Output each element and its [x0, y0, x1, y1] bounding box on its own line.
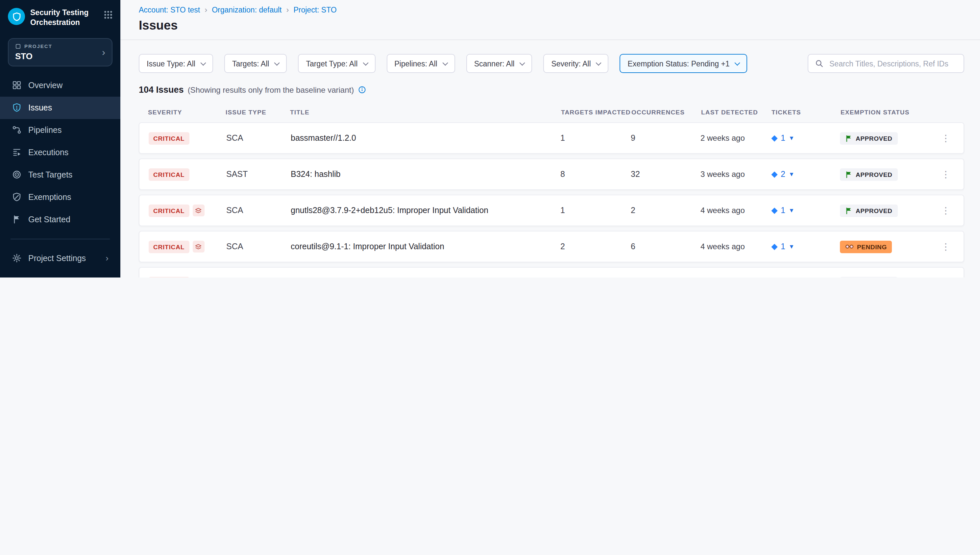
search-box[interactable] [808, 54, 964, 73]
row-menu-button[interactable]: ⋮ [937, 169, 954, 180]
table-row[interactable]: CRITICAL SAST B324: hashlib 8 32 3 weeks… [139, 159, 964, 190]
targets-impacted-cell: 2 [560, 242, 631, 251]
issue-title[interactable]: bassmaster//1.2.0 [291, 133, 560, 143]
get-started-icon [12, 215, 22, 225]
occurrences-cell: 6 [631, 242, 701, 251]
ticket-count: 1 [781, 133, 785, 143]
last-detected-cell: 2 weeks ago [701, 133, 771, 143]
breadcrumb-project[interactable]: Project: STO [294, 6, 337, 14]
info-icon[interactable] [358, 85, 366, 94]
col-header-issue-type: ISSUE TYPE [226, 109, 290, 116]
divider [11, 239, 110, 239]
col-header-severity: SEVERITY [148, 109, 226, 116]
ticket-cell[interactable]: 2 ▼ [771, 170, 840, 179]
breadcrumb: Account: STO test › Organization: defaul… [139, 5, 962, 14]
table-header-row: SEVERITY ISSUE TYPE TITLE TARGETS IMPACT… [139, 103, 964, 122]
col-header-targets-impacted: TARGETS IMPACTED [561, 109, 631, 116]
sidebar: Security Testing Orchestration PROJECT S… [0, 0, 120, 278]
table-row[interactable]: CRITICAL SCA coreutils@9.1-1: Improper I… [139, 231, 964, 262]
sidebar-item-overview[interactable]: Overview [0, 74, 120, 97]
chevron-down-icon[interactable]: ▼ [789, 135, 794, 141]
exemption-status-label: APPROVED [856, 171, 892, 178]
project-selector[interactable]: PROJECT STO › [8, 38, 112, 66]
sidebar-item-issues[interactable]: Issues [0, 97, 120, 119]
chevron-down-icon[interactable]: ▼ [789, 171, 794, 178]
sidebar-item-exemptions[interactable]: Exemptions [0, 186, 120, 209]
sidebar-item-pipelines[interactable]: Pipelines [0, 119, 120, 141]
jira-ticket-icon [771, 171, 778, 178]
sidebar-item-executions[interactable]: Executions [0, 141, 120, 164]
sidebar-item-get-started[interactable]: Get Started [0, 209, 120, 231]
ticket-cell[interactable]: 1 ▼ [771, 206, 840, 215]
project-name: STO [15, 51, 105, 61]
severity-badge: CRITICAL [149, 241, 189, 253]
filter-toolbar: Issue Type: All Targets: All Target Type… [120, 40, 980, 73]
chevron-down-icon [200, 60, 206, 66]
issue-type-cell: SCA [226, 133, 291, 143]
stacked-layers-icon [192, 205, 204, 217]
filter-scanner[interactable]: Scanner: All [466, 54, 533, 73]
last-detected-cell: 3 weeks ago [701, 170, 771, 179]
col-header-exemption-status: EXEMPTION STATUS [840, 109, 938, 116]
issue-title[interactable]: B324: hashlib [291, 170, 560, 179]
issues-icon [12, 103, 22, 113]
col-header-occurrences: OCCURRENCES [631, 109, 701, 116]
chevron-down-icon [274, 60, 280, 66]
exemption-status-badge: APPROVED [840, 204, 897, 217]
approved-flag-icon [845, 207, 852, 214]
app-switcher-icon[interactable] [104, 11, 112, 19]
filter-issue-type[interactable]: Issue Type: All [139, 54, 213, 73]
exemption-status-badge: APPROVED [840, 168, 897, 181]
ticket-count: 1 [781, 206, 785, 215]
page-title: Issues [139, 18, 962, 33]
page-header: Account: STO test › Organization: defaul… [120, 0, 980, 40]
table-row[interactable]: CRITICAL SCA bassmaster//1.2.0 1 9 2 wee… [139, 122, 964, 154]
col-header-last-detected: LAST DETECTED [701, 109, 771, 116]
ticket-cell[interactable]: 1 ▼ [771, 133, 840, 143]
issue-title[interactable]: coreutils@9.1-1: Improper Input Validati… [291, 242, 560, 251]
table-row[interactable]: CRITICAL SCA gnutls28@3.7.9-2+deb12u5: I… [139, 195, 964, 226]
sidebar-item-label: Project Settings [28, 254, 86, 263]
col-header-title: TITLE [290, 109, 561, 116]
main-content: Account: STO test › Organization: defaul… [120, 0, 980, 278]
last-detected-cell: 4 weeks ago [701, 206, 771, 215]
breadcrumb-account[interactable]: Account: STO test [139, 6, 200, 14]
issues-table: SEVERITY ISSUE TYPE TITLE TARGETS IMPACT… [139, 103, 964, 278]
sidebar-item-label: Get Started [28, 215, 71, 224]
chevron-down-icon[interactable]: ▼ [789, 243, 794, 250]
sidebar-item-project-settings[interactable]: Project Settings › [0, 247, 120, 269]
app-title: Security Testing Orchestration [30, 8, 99, 27]
row-menu-button[interactable]: ⋮ [937, 241, 954, 252]
filter-targets[interactable]: Targets: All [224, 54, 287, 73]
ticket-cell[interactable]: 1 ▼ [771, 242, 840, 251]
filter-pipelines[interactable]: Pipelines: All [387, 54, 455, 73]
approved-flag-icon [845, 135, 852, 142]
row-menu-button[interactable]: ⋮ [937, 205, 954, 216]
sidebar-item-label: Overview [28, 81, 63, 90]
sidebar-item-label: Test Targets [28, 170, 72, 180]
ticket-count: 2 [781, 170, 785, 179]
filter-exemption-status[interactable]: Exemption Status: Pending +1 [620, 54, 747, 73]
sidebar-nav: Overview Issues Pipelines Executions Tes… [0, 74, 120, 231]
exemption-status-label: APPROVED [856, 135, 892, 142]
results-summary: 104 Issues (Showing results only from th… [139, 85, 980, 95]
chevron-right-icon: › [106, 253, 109, 263]
breadcrumb-organization[interactable]: Organization: default [212, 6, 282, 14]
occurrences-cell: 2 [631, 206, 701, 215]
chevron-right-icon: › [102, 47, 105, 58]
exemptions-icon [12, 192, 22, 202]
severity-badge: CRITICAL [149, 276, 189, 278]
chevron-down-icon[interactable]: ▼ [789, 207, 794, 214]
table-row[interactable]: CRITICAL SCA zlib@1:1.2.13.dfsg-1: Integ… [139, 267, 964, 278]
approved-flag-icon [845, 171, 852, 178]
issue-title[interactable]: gnutls28@3.7.9-2+deb12u5: Improper Input… [291, 206, 560, 215]
severity-badge: CRITICAL [149, 204, 189, 217]
pending-glasses-icon [845, 243, 854, 250]
row-menu-button[interactable]: ⋮ [937, 133, 954, 143]
search-input[interactable] [828, 59, 957, 68]
sidebar-item-label: Exemptions [28, 192, 71, 202]
filter-target-type[interactable]: Target Type: All [298, 54, 375, 73]
app-logo-icon [8, 8, 25, 25]
filter-severity[interactable]: Severity: All [543, 54, 608, 73]
sidebar-item-test-targets[interactable]: Test Targets [0, 164, 120, 186]
